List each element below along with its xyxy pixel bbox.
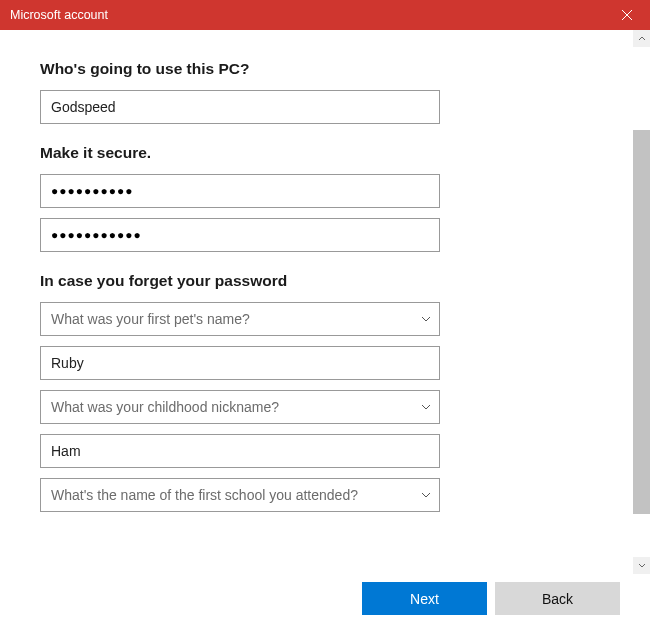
scrollbar-thumb[interactable] bbox=[633, 130, 650, 514]
next-button-label: Next bbox=[410, 591, 439, 607]
security-question-3-label: What's the name of the first school you … bbox=[51, 487, 358, 503]
scroll-down-icon[interactable] bbox=[633, 557, 650, 574]
heading-user: Who's going to use this PC? bbox=[40, 60, 593, 78]
titlebar: Microsoft account bbox=[0, 0, 650, 30]
security-question-1-select[interactable]: What was your first pet's name? bbox=[40, 302, 440, 336]
confirm-password-input[interactable]: ●●●●●●●●●●● bbox=[40, 218, 440, 252]
scrollbar[interactable] bbox=[633, 30, 650, 574]
back-button-label: Back bbox=[542, 591, 573, 607]
security-answer-2-input[interactable]: Ham bbox=[40, 434, 440, 468]
security-answer-1-value: Ruby bbox=[51, 346, 84, 380]
chevron-down-icon bbox=[421, 479, 431, 511]
security-question-1-label: What was your first pet's name? bbox=[51, 311, 250, 327]
heading-password: Make it secure. bbox=[40, 144, 593, 162]
confirm-password-value-masked: ●●●●●●●●●●● bbox=[51, 218, 142, 252]
security-answer-1-input[interactable]: Ruby bbox=[40, 346, 440, 380]
form-panel: Who's going to use this PC? Godspeed Mak… bbox=[0, 30, 633, 574]
security-answer-2-value: Ham bbox=[51, 434, 81, 468]
back-button[interactable]: Back bbox=[495, 582, 620, 615]
close-icon bbox=[622, 8, 632, 23]
content-area: Who's going to use this PC? Godspeed Mak… bbox=[0, 30, 650, 574]
security-question-2-select[interactable]: What was your childhood nickname? bbox=[40, 390, 440, 424]
security-question-2-label: What was your childhood nickname? bbox=[51, 399, 279, 415]
heading-recovery: In case you forget your password bbox=[40, 272, 593, 290]
scroll-up-icon[interactable] bbox=[633, 30, 650, 47]
password-input[interactable]: ●●●●●●●●●● bbox=[40, 174, 440, 208]
close-button[interactable] bbox=[604, 0, 650, 30]
button-bar: Next Back bbox=[362, 582, 620, 615]
password-value-masked: ●●●●●●●●●● bbox=[51, 174, 133, 208]
security-question-3-select[interactable]: What's the name of the first school you … bbox=[40, 478, 440, 512]
username-input[interactable]: Godspeed bbox=[40, 90, 440, 124]
window-title: Microsoft account bbox=[10, 8, 108, 22]
username-value: Godspeed bbox=[51, 90, 116, 124]
next-button[interactable]: Next bbox=[362, 582, 487, 615]
chevron-down-icon bbox=[421, 391, 431, 423]
chevron-down-icon bbox=[421, 303, 431, 335]
